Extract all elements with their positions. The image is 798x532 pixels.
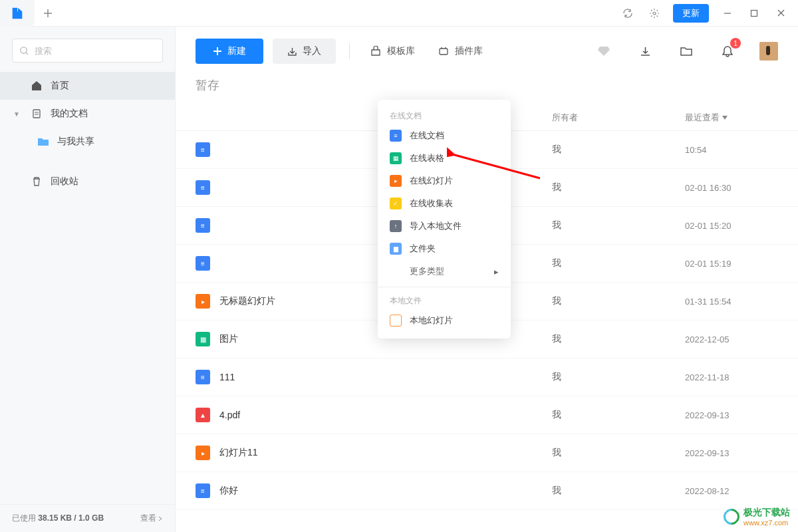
plugins-label: 插件库 [455, 45, 483, 57]
content: 新建 导入 模板库 插件库 1 暂 [176, 27, 798, 532]
nav-label: 我的文档 [51, 108, 88, 120]
folder-icon: ▆ [390, 243, 402, 255]
nav-mydocs[interactable]: ▼ 我的文档 [0, 100, 175, 128]
maximize-button[interactable] [742, 1, 766, 25]
file-time: 02-01 15:19 [685, 259, 778, 269]
download-icon [640, 46, 651, 57]
sidebar: 首页 ▼ 我的文档 与我共享 回收站 已使用 38.15 KB / 1.0 GB… [0, 27, 176, 532]
new-button-label: 新建 [227, 45, 246, 57]
update-button[interactable]: 更新 [673, 4, 709, 23]
file-time: 2022-08-12 [685, 486, 778, 496]
file-time: 2022-11-18 [685, 372, 778, 382]
dropdown-section-local: 本地文件 [378, 291, 511, 309]
settings-button[interactable] [642, 1, 666, 25]
dropdown-item-local-slide[interactable]: P本地幻灯片 [378, 309, 511, 332]
storage-view-button[interactable]: 查看 [140, 513, 163, 524]
download-button[interactable] [633, 39, 657, 63]
storage-bar: 已使用 38.15 KB / 1.0 GB 查看 [0, 504, 175, 532]
file-owner: 我 [552, 333, 685, 345]
close-button[interactable] [769, 1, 793, 25]
file-row[interactable]: ▲4.pdf我2022-09-13 [176, 396, 798, 434]
file-time: 2022-09-13 [685, 410, 778, 420]
file-row[interactable]: ▸幻灯片11我2022-09-13 [176, 434, 798, 472]
file-row[interactable]: ≡111我2022-11-18 [176, 358, 798, 396]
file-owner: 我 [552, 409, 685, 421]
sync-button[interactable] [616, 1, 640, 25]
dropdown-item-slide[interactable]: ▸在线幻灯片 [378, 170, 511, 192]
dropdown-item-import[interactable]: ↑导入本地文件 [378, 215, 511, 237]
search-box[interactable] [12, 39, 163, 63]
watermark: 极光下载站 www.xz7.com [724, 507, 790, 527]
dropdown-item-more[interactable]: 更多类型▸ [378, 260, 511, 283]
file-type-icon: ≡ [196, 218, 210, 233]
file-type-icon: ≡ [196, 142, 210, 157]
sort-desc-icon [722, 116, 728, 120]
sheet-icon: ▦ [390, 152, 402, 164]
nav-home[interactable]: 首页 [0, 72, 175, 100]
notification-badge: 1 [730, 38, 741, 49]
diamond-button[interactable] [592, 39, 616, 63]
col-time-label: 最近查看 [685, 112, 720, 124]
file-owner: 我 [552, 144, 685, 156]
file-owner: 我 [552, 182, 685, 194]
dropdown-item-folder[interactable]: ▆文件夹 [378, 237, 511, 260]
svg-point-0 [653, 12, 656, 15]
doc-icon: ≡ [390, 130, 402, 142]
file-type-icon: ≡ [196, 483, 210, 498]
nav-shared[interactable]: 与我共享 [0, 128, 175, 156]
avatar[interactable] [759, 42, 778, 61]
dropdown-item-doc[interactable]: ≡在线文档 [378, 124, 511, 147]
dropdown-section-online: 在线文档 [378, 106, 511, 124]
file-name: 4.pdf [219, 410, 552, 420]
file-time: 02-01 15:20 [685, 221, 778, 231]
col-owner[interactable]: 所有者 [552, 112, 685, 124]
chevron-right-icon [158, 516, 163, 521]
titlebar-right: 更新 [616, 1, 798, 25]
file-time: 10:54 [685, 145, 778, 155]
search-input[interactable] [35, 46, 156, 56]
notifications-button[interactable]: 1 [716, 39, 739, 63]
file-type-icon: ▦ [196, 332, 210, 346]
nav-trash[interactable]: 回收站 [0, 168, 175, 196]
svg-rect-4 [440, 49, 448, 55]
folder-icon [680, 46, 692, 57]
file-type-icon: ▲ [196, 408, 210, 422]
minimize-button[interactable] [716, 1, 739, 25]
file-type-icon: ≡ [196, 370, 210, 384]
import-button[interactable]: 导入 [273, 39, 336, 64]
diamond-icon [597, 46, 610, 57]
new-button[interactable]: 新建 [196, 39, 263, 64]
col-time-sort[interactable]: 最近查看 [685, 112, 778, 124]
svg-rect-3 [33, 110, 40, 118]
minimize-icon [723, 9, 732, 18]
watermark-logo-icon [720, 505, 743, 528]
file-type-icon: ▸ [196, 294, 210, 309]
titlebar: 更新 [0, 0, 798, 27]
local-slide-icon: P [390, 315, 402, 327]
dropdown-item-form[interactable]: ✓在线收集表 [378, 192, 511, 215]
maximize-icon [750, 9, 758, 17]
file-name: 幻灯片11 [219, 447, 552, 459]
watermark-url: www.xz7.com [743, 519, 790, 527]
file-owner: 我 [552, 257, 685, 269]
chevron-right-icon: ▸ [494, 267, 499, 277]
file-time: 01-31 15:54 [685, 297, 778, 307]
templates-icon [370, 46, 382, 57]
templates-link[interactable]: 模板库 [363, 45, 422, 57]
file-owner: 我 [552, 219, 685, 231]
plus-icon [213, 47, 222, 56]
plugins-link[interactable]: 插件库 [431, 45, 489, 57]
app-tab[interactable] [0, 0, 35, 27]
search-icon [19, 46, 29, 56]
divider [349, 43, 350, 59]
svg-point-2 [21, 47, 27, 53]
dropdown-item-sheet[interactable]: ▦在线表格 [378, 147, 511, 170]
file-row[interactable]: ≡你好我2022-08-12 [176, 472, 798, 510]
folder-button[interactable] [674, 39, 698, 63]
home-icon [31, 80, 43, 92]
file-time: 2022-09-13 [685, 448, 778, 458]
new-tab-button[interactable] [35, 0, 61, 27]
toolbar: 新建 导入 模板库 插件库 1 [176, 27, 798, 73]
sync-icon [622, 8, 633, 19]
import-file-icon: ↑ [390, 220, 402, 232]
